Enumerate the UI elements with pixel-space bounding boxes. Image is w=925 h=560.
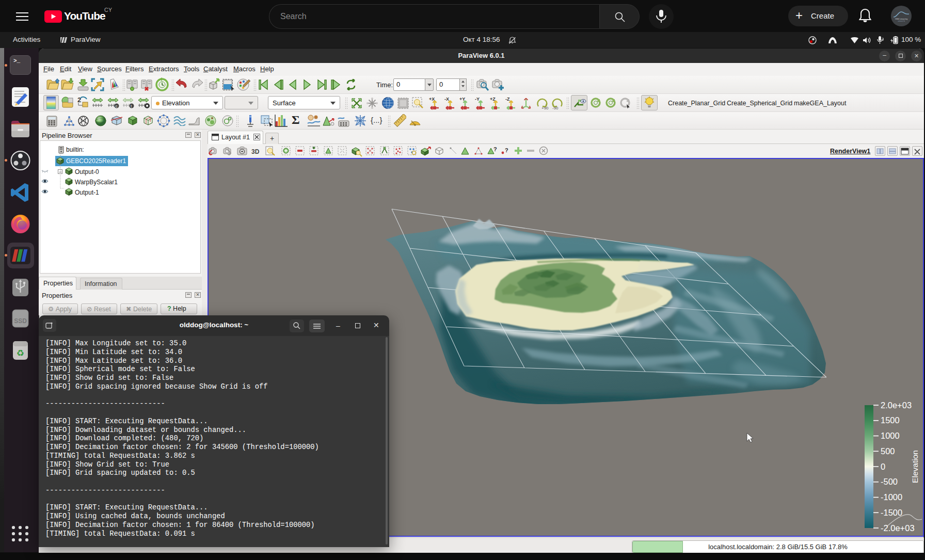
svg-text:-X: -X <box>444 97 449 102</box>
svg-text:Elevation: Elevation <box>911 450 919 483</box>
svg-text:1500: 1500 <box>881 415 900 425</box>
svg-text:-Y: -Y <box>475 97 480 102</box>
svg-text:GEA Computing: GEA Computing <box>895 18 907 20</box>
svg-text:-Z: -Z <box>505 97 510 102</box>
svg-text:500: 500 <box>881 446 895 456</box>
svg-text:SSD: SSD <box>14 317 27 325</box>
svg-text:?: ? <box>493 146 497 152</box>
svg-text:solutions ltd: solutions ltd <box>898 20 905 22</box>
svg-text:2: 2 <box>77 96 81 104</box>
svg-text:0: 0 <box>881 462 885 471</box>
svg-text:♻: ♻ <box>17 348 24 358</box>
svg-text:c: c <box>116 104 118 108</box>
svg-text:-1500: -1500 <box>881 508 902 517</box>
svg-text:1000: 1000 <box>881 431 900 440</box>
svg-text:2.0e+03: 2.0e+03 <box>881 401 912 410</box>
svg-text:?: ? <box>505 147 508 153</box>
svg-text:+90: +90 <box>541 106 549 109</box>
svg-text:-2.0e+03: -2.0e+03 <box>881 523 915 533</box>
svg-text:-500: -500 <box>881 477 898 486</box>
svg-text:-90: -90 <box>552 106 559 109</box>
svg-text:-1000: -1000 <box>881 492 902 502</box>
